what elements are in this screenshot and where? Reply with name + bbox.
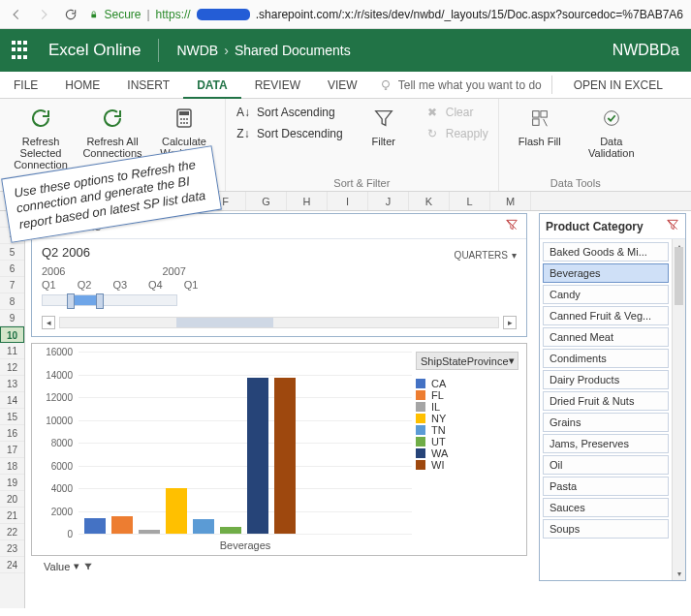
- tell-me[interactable]: Tell me what you want to do: [379, 72, 542, 98]
- legend-item[interactable]: NY: [416, 413, 518, 424]
- row-header[interactable]: 8: [0, 293, 24, 310]
- reapply-button[interactable]: ↻ Reapply: [424, 126, 488, 141]
- flash-fill-button[interactable]: Flash Fill: [509, 105, 571, 147]
- slicer-item[interactable]: Beverages: [543, 263, 669, 283]
- slicer-item[interactable]: Dried Fruit & Nuts: [543, 391, 669, 411]
- slicer-item[interactable]: Grains: [543, 413, 669, 432]
- row-header[interactable]: 13: [0, 376, 24, 392]
- legend-item[interactable]: FL: [416, 389, 518, 401]
- crumb-site[interactable]: NWDB: [176, 43, 218, 58]
- forward-button[interactable]: [35, 6, 52, 23]
- scroll-down-button[interactable]: ▾: [673, 567, 685, 580]
- chart-bar[interactable]: [139, 530, 160, 534]
- back-button[interactable]: [8, 6, 25, 23]
- row-header[interactable]: 21: [0, 508, 24, 524]
- column-header[interactable]: H: [287, 192, 328, 210]
- timeline-handle-right[interactable]: [96, 293, 104, 309]
- scroll-right-button[interactable]: ▸: [503, 316, 517, 329]
- clear-filter-button[interactable]: ✖ Clear: [424, 105, 488, 120]
- reload-button[interactable]: [62, 6, 79, 23]
- sheet-canvas[interactable]: OrderDate Q2 2006 QUARTERS▾ 20062007 Q1Q…: [25, 211, 691, 608]
- column-header[interactable]: J: [368, 192, 409, 210]
- slicer-item[interactable]: Canned Fruit & Veg...: [543, 306, 669, 325]
- slicer-item[interactable]: Dairy Products: [543, 370, 669, 389]
- scroll-thumb[interactable]: [176, 318, 273, 327]
- tab-view[interactable]: VIEW: [314, 72, 371, 98]
- scroll-thumb[interactable]: [675, 247, 683, 305]
- value-field-dropdown[interactable]: Value▾: [44, 560, 93, 572]
- chart-bar[interactable]: [111, 516, 133, 534]
- slicer-item[interactable]: Pasta: [543, 477, 669, 496]
- slicer-item[interactable]: Soups: [543, 519, 669, 539]
- refresh-all-button[interactable]: Refresh All Connections: [81, 105, 143, 159]
- column-header[interactable]: G: [246, 192, 287, 210]
- timeline-slicer[interactable]: OrderDate Q2 2006 QUARTERS▾ 20062007 Q1Q…: [31, 213, 527, 337]
- slicer-item[interactable]: Oil: [543, 455, 669, 475]
- slicer-item[interactable]: Jams, Preserves: [543, 434, 669, 453]
- row-header[interactable]: 11: [0, 343, 24, 359]
- clear-filter-icon[interactable]: [505, 218, 518, 234]
- legend-field-dropdown[interactable]: ShipStateProvince▾: [416, 352, 518, 370]
- column-header[interactable]: M: [490, 192, 531, 210]
- legend-item[interactable]: IL: [416, 401, 518, 413]
- legend-item[interactable]: WI: [416, 459, 518, 471]
- app-launcher-icon[interactable]: [12, 41, 31, 60]
- row-header[interactable]: 19: [0, 475, 24, 491]
- data-validation-button[interactable]: Data Validation: [581, 105, 643, 159]
- tab-review[interactable]: REVIEW: [241, 72, 314, 98]
- legend-item[interactable]: WA: [416, 447, 518, 459]
- slicer-item[interactable]: Baked Goods & Mi...: [543, 242, 669, 262]
- column-header[interactable]: L: [450, 192, 490, 210]
- chart-bar[interactable]: [274, 378, 296, 534]
- tab-file[interactable]: FILE: [0, 72, 51, 98]
- row-header[interactable]: 14: [0, 392, 24, 409]
- chart-bar[interactable]: [84, 518, 106, 534]
- row-header[interactable]: 18: [0, 458, 24, 475]
- row-header[interactable]: 12: [0, 359, 24, 376]
- filter-button[interactable]: Filter: [353, 105, 415, 147]
- row-header[interactable]: 5: [0, 244, 24, 261]
- sort-descending-button[interactable]: Z↓ Sort Descending: [236, 126, 343, 141]
- tab-home[interactable]: HOME: [51, 72, 113, 98]
- chart-bar[interactable]: [166, 488, 187, 534]
- slicer-item[interactable]: Condiments: [543, 349, 669, 368]
- tab-data[interactable]: DATA: [183, 72, 241, 98]
- row-header[interactable]: 9: [0, 310, 24, 326]
- chart-bar[interactable]: [247, 378, 268, 534]
- slicer-item[interactable]: Canned Meat: [543, 327, 669, 347]
- legend-item[interactable]: CA: [416, 378, 518, 389]
- clear-filter-icon[interactable]: [666, 218, 679, 234]
- row-header[interactable]: 6: [0, 261, 24, 277]
- row-header[interactable]: 23: [0, 540, 24, 557]
- breadcrumb[interactable]: NWDB›Shared Documents: [176, 43, 350, 58]
- row-header[interactable]: 15: [0, 409, 24, 425]
- chart-bar[interactable]: [220, 527, 241, 534]
- open-in-excel[interactable]: OPEN IN EXCEL: [562, 72, 675, 98]
- scroll-left-button[interactable]: ◂: [42, 316, 55, 329]
- chart-bar[interactable]: [193, 519, 214, 534]
- slicer-item[interactable]: Sauces: [543, 498, 669, 517]
- row-header[interactable]: 17: [0, 442, 24, 458]
- row-header[interactable]: 20: [0, 491, 24, 508]
- row-header[interactable]: 10: [0, 326, 24, 343]
- tab-insert[interactable]: INSERT: [113, 72, 183, 98]
- category-slicer[interactable]: Product Category Baked Goods & Mi...Beve…: [539, 213, 686, 581]
- refresh-selected-button[interactable]: Refresh Selected Connection: [10, 105, 72, 170]
- timeline-scrollbar[interactable]: [59, 317, 499, 328]
- timeline-handle-left[interactable]: [67, 293, 75, 309]
- pivot-chart[interactable]: 0200040006000800010000120001400016000 Be…: [31, 343, 527, 556]
- column-header[interactable]: K: [409, 192, 450, 210]
- legend-item[interactable]: TN: [416, 424, 518, 436]
- row-header[interactable]: 16: [0, 425, 24, 442]
- timeline-track[interactable]: [42, 294, 177, 306]
- row-header[interactable]: 22: [0, 524, 24, 540]
- row-header[interactable]: 7: [0, 277, 24, 293]
- legend-item[interactable]: UT: [416, 436, 518, 447]
- sort-ascending-button[interactable]: A↓ Sort Ascending: [236, 105, 343, 120]
- address-bar[interactable]: Secure | https://.sharepoint.com/:x:/r/s…: [89, 8, 683, 21]
- column-header[interactable]: I: [328, 192, 368, 210]
- worksheet-grid[interactable]: 3456789101112131415161718192021222324 Or…: [0, 211, 691, 608]
- crumb-library[interactable]: Shared Documents: [235, 43, 351, 58]
- slicer-scrollbar[interactable]: ▴ ▾: [672, 239, 685, 580]
- time-unit-dropdown[interactable]: QUARTERS▾: [455, 250, 517, 261]
